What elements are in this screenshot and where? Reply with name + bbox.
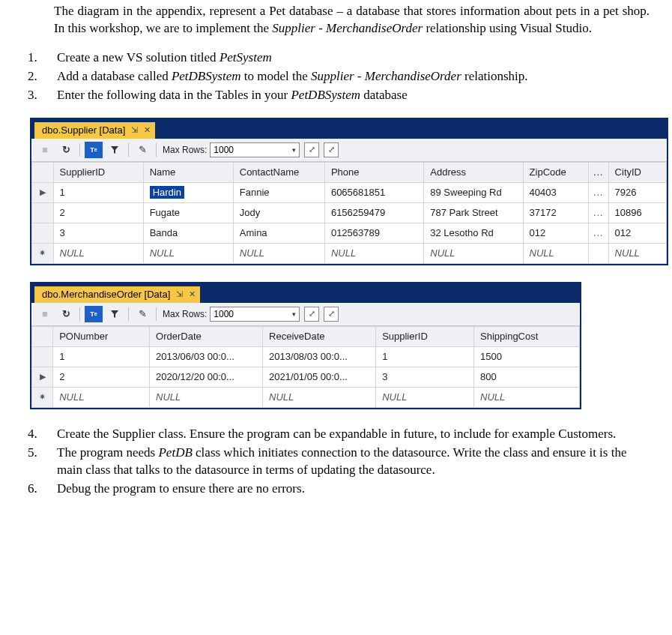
col-supplierid[interactable]: SupplierID [53,162,143,182]
script-icon[interactable]: ✎ [133,142,151,158]
cell[interactable]: NULL [608,243,666,263]
cell[interactable]: 1 [53,182,143,202]
chevron-down-icon[interactable]: ▾ [292,310,296,318]
filter-icon[interactable] [106,306,124,322]
chevron-down-icon[interactable]: ▾ [292,146,296,154]
cell[interactable]: NULL [143,243,233,263]
col-supplierid[interactable]: SupplierID [376,326,474,346]
cell[interactable]: 2 [53,202,143,223]
row-marker[interactable] [32,202,54,223]
col-ellipsis[interactable]: ... [589,162,608,182]
cell[interactable]: NULL [263,387,376,407]
col-ponumber[interactable]: PONumber [53,326,150,346]
stop-icon[interactable]: ■ [36,142,54,158]
cell[interactable]: 2013/08/03 00:0... [263,346,376,367]
cell[interactable]: 012 [523,223,589,243]
cell-ellipsis[interactable]: ... [589,182,608,202]
cell[interactable]: 012563789 [324,223,423,243]
col-shippingcost[interactable]: ShippingCost [474,326,580,346]
col-address[interactable]: Address [424,162,523,182]
tab-merchorder[interactable]: dbo.MerchandiseOrder [Data] ⇲ ✕ [34,286,200,303]
cell[interactable]: NULL [53,243,143,263]
cell[interactable]: Jody [233,202,324,223]
cell[interactable]: 1 [376,346,474,367]
cell[interactable]: Hardin [143,182,233,202]
col-contactname[interactable]: ContactName [233,162,324,182]
row-marker[interactable] [32,223,54,243]
row-marker[interactable]: ✷ [32,243,54,263]
row-marker[interactable] [32,346,53,367]
cell[interactable]: 1 [53,346,150,367]
expand2-icon[interactable]: ⤢ [324,142,339,157]
col-cityid[interactable]: CityID [608,162,666,182]
cell[interactable]: NULL [523,243,589,263]
cell[interactable]: NULL [324,243,423,263]
table-row[interactable]: 3BandaAmina01256378932 Lesotho Rd012...0… [32,223,667,243]
cell[interactable]: Fugate [143,202,233,223]
row-marker[interactable]: ▶ [32,367,53,387]
close-icon[interactable]: ✕ [189,289,196,299]
close-icon[interactable]: ✕ [144,125,151,135]
cell[interactable]: 787 Park Street [424,202,523,223]
cell[interactable]: 10896 [608,202,666,223]
col-receivedate[interactable]: ReceiveDate [263,326,376,346]
table-row[interactable]: 2FugateJody6156259479787 Park Street3717… [32,202,667,223]
cell[interactable]: 40403 [523,182,589,202]
cell[interactable]: 7926 [608,182,666,202]
expand1-icon[interactable]: ⤢ [304,142,319,157]
cell-ellipsis[interactable]: ... [589,202,608,223]
cell[interactable]: 2 [53,367,150,387]
sql-icon[interactable]: Te [85,142,103,158]
expand2-icon[interactable]: ⤢ [324,307,339,322]
cell[interactable]: NULL [233,243,324,263]
cell[interactable]: 6065681851 [324,182,423,202]
cell[interactable]: 1500 [474,346,580,367]
maxrows-input[interactable]: 1000 ▾ [210,142,300,157]
supplier-grid[interactable]: SupplierID Name ContactName Phone Addres… [31,162,667,264]
cell[interactable]: 32 Lesotho Rd [424,223,523,243]
cell[interactable]: NULL [474,387,580,407]
filter-icon[interactable] [106,142,124,158]
pin-icon[interactable]: ⇲ [131,125,138,135]
cell[interactable]: 89 Sweeping Rd [424,182,523,202]
cell[interactable]: Fannie [233,182,324,202]
cell[interactable]: Banda [143,223,233,243]
table-row[interactable]: ▶1HardinFannie606568185189 Sweeping Rd40… [32,182,667,202]
row-marker[interactable]: ▶ [32,182,54,202]
maxrows-input[interactable]: 1000 ▾ [210,307,300,322]
cell[interactable]: NULL [424,243,523,263]
tab-supplier[interactable]: dbo.Supplier [Data] ⇲ ✕ [34,122,155,139]
refresh-icon[interactable]: ↻ [57,306,75,322]
row-marker[interactable]: ✷ [32,387,53,407]
refresh-icon[interactable]: ↻ [57,142,75,158]
cell[interactable]: NULL [376,387,474,407]
cell[interactable]: 2021/01/05 00:0... [263,367,376,387]
cell[interactable]: 012 [608,223,666,243]
script-icon[interactable]: ✎ [133,306,151,322]
cell[interactable]: 800 [474,367,580,387]
col-zipcode[interactable]: ZipCode [523,162,589,182]
table-row[interactable]: 12013/06/03 00:0...2013/08/03 00:0...115… [32,346,580,367]
table-row[interactable]: ✷NULLNULLNULLNULLNULL [32,387,580,407]
cell[interactable]: 2013/06/03 00:0... [150,346,263,367]
cell-ellipsis[interactable] [589,243,608,263]
table-row[interactable]: ▶22020/12/20 00:0...2021/01/05 00:0...38… [32,367,580,387]
cell[interactable]: NULL [53,387,150,407]
cell[interactable]: 2020/12/20 00:0... [150,367,263,387]
expand1-icon[interactable]: ⤢ [304,307,319,322]
cell[interactable]: 3 [53,223,143,243]
sql-icon[interactable]: Te [85,306,103,322]
table-row[interactable]: ✷NULLNULLNULLNULLNULLNULLNULL [32,243,667,263]
col-phone[interactable]: Phone [324,162,423,182]
cell[interactable]: NULL [150,387,263,407]
stop-icon[interactable]: ■ [36,306,54,322]
cell[interactable]: 3 [376,367,474,387]
cell[interactable]: Amina [233,223,324,243]
cell-ellipsis[interactable]: ... [589,223,608,243]
cell[interactable]: 6156259479 [324,202,423,223]
merchorder-grid[interactable]: PONumber OrderDate ReceiveDate SupplierI… [31,326,580,408]
cell[interactable]: 37172 [523,202,589,223]
pin-icon[interactable]: ⇲ [176,289,183,299]
col-name[interactable]: Name [143,162,233,182]
col-orderdate[interactable]: OrderDate [150,326,263,346]
